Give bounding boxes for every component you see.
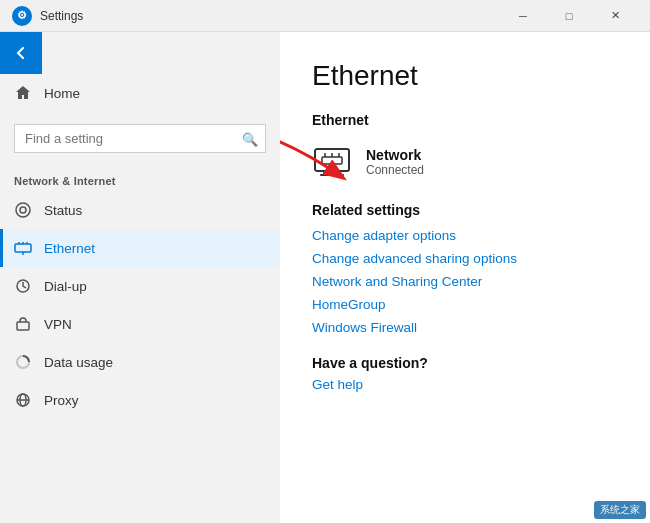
sidebar-item-ethernet[interactable]: Ethernet [0, 229, 280, 267]
sidebar-section-label: Network & Internet [0, 165, 280, 191]
search-input[interactable] [14, 124, 266, 153]
firewall-link[interactable]: Windows Firewall [312, 320, 618, 335]
network-sharing-center-link[interactable]: Network and Sharing Center [312, 274, 618, 289]
network-info: Network Connected [366, 147, 424, 177]
change-adapter-link[interactable]: Change adapter options [312, 228, 618, 243]
app-body: Home 🔍 Network & Internet Status [0, 32, 650, 523]
dialup-icon [14, 277, 32, 295]
sidebar-item-vpn[interactable]: VPN [0, 305, 280, 343]
search-container: 🔍 [14, 124, 266, 153]
change-sharing-link[interactable]: Change advanced sharing options [312, 251, 618, 266]
question-section: Have a question? Get help [312, 355, 618, 392]
question-title: Have a question? [312, 355, 618, 371]
page-title: Ethernet [312, 60, 618, 92]
minimize-button[interactable]: ─ [500, 0, 546, 32]
datausage-label: Data usage [44, 355, 113, 370]
homegroup-link[interactable]: HomeGroup [312, 297, 618, 312]
svg-rect-12 [315, 149, 349, 171]
maximize-button[interactable]: □ [546, 0, 592, 32]
dialup-label: Dial-up [44, 279, 87, 294]
status-label: Status [44, 203, 82, 218]
home-label: Home [44, 86, 80, 101]
related-settings-label: Related settings [312, 202, 618, 218]
svg-point-1 [20, 207, 26, 213]
svg-rect-8 [17, 322, 29, 330]
svg-point-0 [16, 203, 30, 217]
sidebar-item-proxy[interactable]: Proxy [0, 381, 280, 419]
get-help-link[interactable]: Get help [312, 377, 618, 392]
sidebar-item-home[interactable]: Home [0, 74, 280, 112]
status-icon [14, 201, 32, 219]
search-icon: 🔍 [242, 131, 258, 146]
svg-rect-13 [323, 171, 341, 174]
ethernet-icon [14, 239, 32, 257]
svg-rect-18 [322, 157, 342, 164]
datausage-icon [14, 353, 32, 371]
titlebar-title: Settings [40, 9, 500, 23]
related-settings: Related settings Change adapter options … [312, 202, 618, 335]
network-name: Network [366, 147, 424, 163]
home-icon [14, 84, 32, 102]
network-icon [312, 142, 352, 182]
vpn-icon [14, 315, 32, 333]
sidebar-item-status[interactable]: Status [0, 191, 280, 229]
watermark: 系统之家 [594, 501, 646, 519]
proxy-icon [14, 391, 32, 409]
back-button[interactable] [0, 32, 42, 74]
app-icon: ⚙ [12, 6, 32, 26]
sidebar-item-datausage[interactable]: Data usage [0, 343, 280, 381]
sidebar-item-dialup[interactable]: Dial-up [0, 267, 280, 305]
network-item[interactable]: Network Connected [312, 142, 618, 182]
network-status: Connected [366, 163, 424, 177]
proxy-label: Proxy [44, 393, 79, 408]
window-controls: ─ □ ✕ [500, 0, 638, 32]
titlebar: ⚙ Settings ─ □ ✕ [0, 0, 650, 32]
close-button[interactable]: ✕ [592, 0, 638, 32]
sidebar: Home 🔍 Network & Internet Status [0, 32, 280, 523]
ethernet-section-label: Ethernet [312, 112, 618, 128]
main-content: Ethernet Ethernet [280, 32, 650, 523]
svg-rect-2 [15, 244, 31, 252]
vpn-label: VPN [44, 317, 72, 332]
ethernet-label: Ethernet [44, 241, 95, 256]
svg-rect-14 [320, 174, 344, 176]
